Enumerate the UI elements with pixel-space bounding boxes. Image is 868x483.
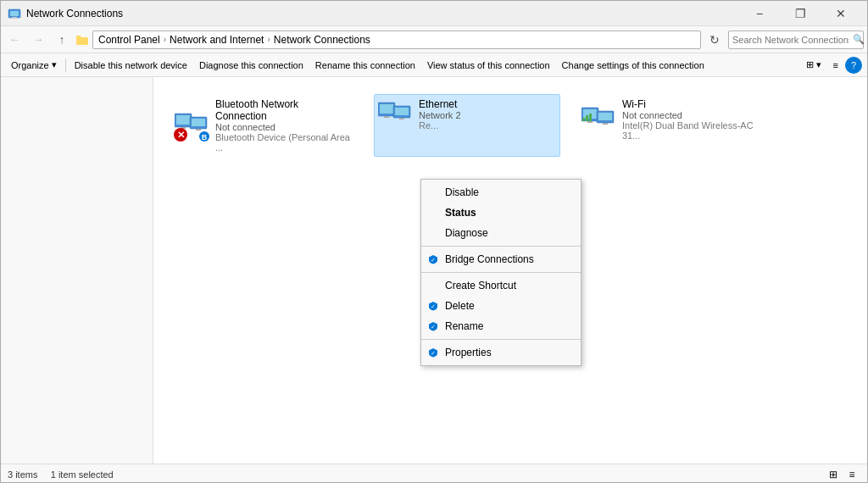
svg-rect-28 (589, 114, 592, 121)
bluetooth-network-desc: Bluetooth Device (Personal Area ... (215, 132, 353, 153)
address-path[interactable]: Control Panel › Network and Internet › N… (92, 31, 701, 49)
content-area: ✕ B Bluetooth Network Connection Not con… (1, 77, 867, 464)
refresh-button[interactable]: ↻ (704, 30, 725, 50)
ethernet-network-item[interactable]: Ethernet Network 2 Re... (374, 94, 560, 157)
wifi-icon-container (581, 104, 615, 135)
ctx-rename[interactable]: ✓ Rename (421, 316, 581, 336)
files-area: ✕ B Bluetooth Network Connection Not con… (153, 77, 867, 464)
bluetooth-icon-container: ✕ B (175, 110, 209, 141)
ethernet-network-sub: Network 2 (419, 110, 556, 120)
up-button[interactable]: ↑ (52, 30, 72, 50)
svg-text:✕: ✕ (177, 130, 185, 140)
search-box[interactable]: 🔍 (728, 31, 864, 49)
svg-rect-5 (176, 115, 190, 125)
svg-rect-27 (586, 115, 588, 121)
nav-pane (1, 77, 153, 464)
svg-rect-18 (395, 108, 409, 115)
forward-button[interactable]: → (28, 30, 48, 50)
context-menu: Disable Status Diagnose ✓ Bridge Connect… (420, 179, 581, 366)
svg-rect-2 (12, 17, 17, 19)
svg-rect-24 (598, 113, 612, 120)
svg-rect-19 (399, 118, 404, 119)
disable-network-button[interactable]: Disable this network device (70, 56, 192, 75)
window-icon (8, 7, 21, 20)
svg-rect-15 (380, 104, 393, 114)
wifi-monitor-icon (581, 104, 615, 131)
rename-connection-button[interactable]: Rename this connection (310, 56, 420, 75)
toolbar: Organize ▾ Disable this network device D… (1, 53, 867, 77)
items-count: 3 items (8, 469, 37, 480)
breadcrumb-network-internet[interactable]: Network and Internet (170, 34, 264, 46)
help-button[interactable]: ? (845, 57, 862, 74)
search-input[interactable] (729, 35, 853, 45)
view-list-button[interactable]: ≡ (828, 56, 843, 75)
ethernet-network-info: Ethernet Network 2 Re... (419, 98, 556, 130)
address-bar: ← → ↑ Control Panel › Network and Intern… (1, 26, 867, 53)
restore-button[interactable]: ❐ (781, 1, 820, 26)
wifi-network-name: Wi-Fi (622, 98, 760, 110)
error-badge-icon: ✕ (173, 127, 188, 142)
breadcrumb: Control Panel › Network and Internet › N… (98, 34, 370, 46)
shield-icon-properties: ✓ (426, 346, 440, 359)
svg-rect-1 (10, 11, 19, 16)
svg-text:B: B (202, 133, 208, 142)
ctx-separator-1 (421, 246, 581, 247)
bluetooth-badge-icon: B (198, 130, 210, 142)
ctx-separator-2 (421, 272, 581, 273)
network-items-list: ✕ B Bluetooth Network Connection Not con… (162, 86, 859, 165)
ctx-separator-3 (421, 339, 581, 340)
minimize-button[interactable]: − (740, 1, 779, 26)
folder-icon (75, 33, 89, 47)
ctx-bridge[interactable]: ✓ Bridge Connections (421, 249, 581, 269)
shield-icon-delete: ✓ (426, 299, 440, 313)
title-bar: Network Connections − ❐ ✕ (1, 1, 867, 26)
svg-rect-25 (603, 123, 608, 125)
status-right: ⊞ ≡ (825, 466, 860, 483)
wifi-network-item[interactable]: Wi-Fi Not connected Intel(R) Dual Band W… (577, 94, 764, 157)
svg-rect-3 (76, 37, 88, 45)
change-settings-button[interactable]: Change settings of this connection (557, 56, 709, 75)
window-title: Network Connections (26, 8, 740, 19)
bluetooth-network-sub: Not connected (215, 122, 353, 132)
view-status-button[interactable]: View status of this connection (422, 56, 555, 75)
details-view-button[interactable]: ≡ (843, 466, 860, 483)
diagnose-button[interactable]: Diagnose this connection (194, 56, 309, 75)
ctx-status[interactable]: Status (421, 203, 581, 223)
breadcrumb-control-panel[interactable]: Control Panel (98, 34, 160, 46)
status-items: 3 items 1 item selected (8, 469, 114, 480)
svg-rect-26 (582, 118, 585, 121)
ctx-diagnose[interactable]: Diagnose (421, 223, 581, 243)
toolbar-right: ⊞ ▾ ≡ ? (801, 56, 862, 75)
ethernet-icon-container (378, 99, 412, 130)
ctx-disable[interactable]: Disable (421, 182, 581, 203)
svg-text:✓: ✓ (431, 303, 436, 309)
svg-rect-22 (587, 121, 593, 123)
ethernet-network-name: Ethernet (419, 98, 556, 110)
shield-icon-rename: ✓ (426, 319, 440, 333)
window-controls: − ❐ ✕ (740, 1, 860, 26)
view-options-button[interactable]: ⊞ ▾ (801, 56, 826, 75)
shield-icon-bridge: ✓ (426, 253, 440, 266)
breadcrumb-network-connections[interactable]: Network Connections (274, 34, 370, 46)
svg-rect-16 (384, 116, 389, 118)
back-button[interactable]: ← (4, 30, 25, 50)
ctx-delete[interactable]: ✓ Delete (421, 296, 581, 316)
ctx-properties[interactable]: ✓ Properties (421, 342, 581, 363)
organize-button[interactable]: Organize ▾ (6, 56, 62, 75)
selected-count: 1 item selected (51, 469, 114, 480)
ethernet-monitor-icon (378, 99, 412, 126)
search-icon[interactable]: 🔍 (853, 31, 865, 49)
wifi-network-info: Wi-Fi Not connected Intel(R) Dual Band W… (622, 98, 760, 141)
bluetooth-network-name: Bluetooth Network Connection (215, 98, 353, 122)
svg-rect-8 (192, 119, 205, 126)
bluetooth-network-info: Bluetooth Network Connection Not connect… (215, 98, 353, 153)
status-bar: 3 items 1 item selected ⊞ ≡ (1, 464, 867, 483)
svg-text:✓: ✓ (431, 257, 436, 263)
large-icons-view-button[interactable]: ⊞ (825, 466, 842, 483)
ctx-create-shortcut[interactable]: Create Shortcut (421, 275, 581, 296)
svg-text:✓: ✓ (431, 350, 436, 356)
ethernet-network-desc: Re... (419, 120, 556, 130)
close-button[interactable]: ✕ (821, 1, 860, 26)
toolbar-separator-1 (65, 58, 66, 72)
bluetooth-network-item[interactable]: ✕ B Bluetooth Network Connection Not con… (170, 94, 357, 157)
